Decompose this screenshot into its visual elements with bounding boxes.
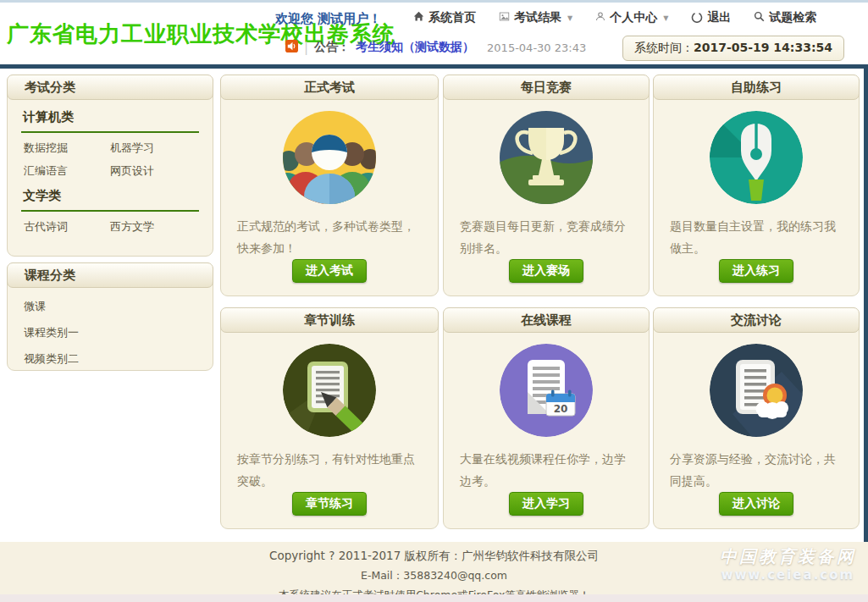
category-group-computer: 计算机类 [23,109,197,125]
nav-exam-results[interactable]: 考试结果 ▼ [499,10,572,25]
computer-category-links: 数据挖掘 机器学习 汇编语言 网页设计 [8,141,213,179]
footer: Copyright ? 2011-2017 版权所有：广州华钧软件科技有限公司 … [0,542,868,594]
sidebar-item-machine-learning[interactable]: 机器学习 [110,141,196,156]
card-chapter-training-title: 章节训练 [220,307,439,333]
nav-logout-label: 退出 [707,10,731,25]
nav-profile[interactable]: 个人中心 ▼ [595,10,668,25]
nav-home[interactable]: 系统首页 [413,10,476,25]
announcement-bar: | 公告： 考生须知（测试数据） 2015-04-30 23:43 [285,40,586,55]
user-icon [595,11,605,25]
card-self-practice: 自助练习 题目数量自主设置，我的练习我做主。 进入练习 [653,75,860,296]
course-category-panel: 课程分类 微课 课程类别一 视频类别二 [7,262,213,371]
calendar-day-number: 20 [554,403,568,415]
card-formal-exam: 正式考试 正式规范的考试，多种试卷类型，快来参加！ 进入考试 [220,75,439,296]
card-formal-exam-desc: 正式规范的考试，多种试卷类型，快来参加！ [237,216,422,260]
chevron-down-icon: ▼ [663,14,668,22]
crowd-icon [221,110,438,205]
nav-profile-label: 个人中心 [610,10,657,25]
chevron-down-icon: ▼ [567,14,572,22]
system-time-label: 系统时间： [634,41,694,54]
header-divider-bar [0,64,868,69]
card-online-courses-desc: 大量在线视频课程任你学，边学边考。 [460,449,633,493]
right-frame-strip [864,69,868,542]
chapter-practice-button[interactable]: 章节练习 [292,492,367,516]
nav-exam-results-label: 考试结果 [514,10,561,25]
welcome-message: 欢迎您 测试用户！ [275,11,381,27]
power-icon [691,11,703,25]
card-self-practice-title: 自助练习 [653,75,860,100]
nav-home-label: 系统首页 [428,10,476,25]
sidebar-item-ancient-poetry[interactable]: 古代诗词 [24,219,110,235]
sidebar-item-video-type-2[interactable]: 视频类别二 [24,351,196,367]
sidebar-item-western-literature[interactable]: 西方文学 [110,219,196,235]
course-category-links: 微课 课程类别一 视频类别二 [8,288,213,367]
sidebar-item-web-design[interactable]: 网页设计 [110,163,196,179]
notebook-pencil-icon [221,343,438,438]
sidebar-item-course-type-1[interactable]: 课程类别一 [24,325,196,340]
enter-discussion-button[interactable]: 进入讨论 [719,492,793,516]
sidebar-item-micro-course[interactable]: 微课 [24,299,196,314]
document-calendar-icon: 20 [444,343,649,438]
nav-question-search[interactable]: 试题检索 [754,10,816,25]
enter-learning-button[interactable]: 进入学习 [509,492,583,516]
divider: | [304,40,308,55]
footer-email: E-Mail：35883240@qq.com [0,569,868,583]
card-chapter-training-desc: 按章节分别练习，有针对性地重点突破。 [237,449,422,493]
speaker-icon [285,40,298,55]
exam-category-panel: 考试分类 计算机类 数据挖掘 机器学习 汇编语言 网页设计 文学类 古代诗词 西… [7,75,213,257]
home-icon [413,11,424,25]
enter-practice-button[interactable]: 进入练习 [719,259,793,283]
card-daily-contest: 每日竞赛 竞赛题目每日更新，竞赛成绩分别排名。 进入赛场 [443,75,650,296]
sidebar-item-assembly[interactable]: 汇编语言 [24,163,110,179]
course-category-panel-title: 课程分类 [7,262,213,288]
category-group-literature: 文学类 [23,188,197,204]
card-discussion: 交流讨论 [653,307,860,529]
card-daily-contest-desc: 竞赛题目每日更新，竞赛成绩分别排名。 [460,216,633,260]
header: 广东省电力工业职业技术学校出卷系统 欢迎您 测试用户！ 系统首页 考试结果 ▼ … [0,3,868,64]
divider [21,131,199,133]
bottom-strip [0,594,868,602]
main-nav: 系统首页 考试结果 ▼ 个人中心 ▼ 退出 试题检索 [413,10,816,25]
system-time-box: 系统时间：2017-05-19 14:33:54 [622,36,844,61]
card-formal-exam-title: 正式考试 [220,75,439,100]
divider [21,210,199,212]
enter-exam-button[interactable]: 进入考试 [292,259,367,283]
nav-question-search-label: 试题检索 [769,10,816,25]
system-time-value: 2017-05-19 14:33:54 [694,41,832,54]
card-online-courses-title: 在线课程 [443,307,650,333]
nav-logout[interactable]: 退出 [691,10,731,25]
search-icon [754,11,765,25]
announcement-link[interactable]: 考生须知（测试数据） [356,40,474,55]
pen-nib-icon [654,110,859,205]
enter-arena-button[interactable]: 进入赛场 [509,259,583,283]
literature-category-links: 古代诗词 西方文学 [8,219,213,235]
card-self-practice-desc: 题目数量自主设置，我的练习我做主。 [670,216,843,260]
card-discussion-title: 交流讨论 [653,307,860,333]
card-daily-contest-title: 每日竞赛 [443,75,650,100]
card-chapter-training: 章节训练 按章节分别练习，有 [220,307,439,529]
exam-category-panel-title: 考试分类 [7,75,213,100]
footer-copyright: Copyright ? 2011-2017 版权所有：广州华钧软件科技有限公司 [0,549,868,564]
card-online-courses: 在线课程 20 [443,307,650,529]
trophy-icon [444,110,649,205]
sidebar-item-data-mining[interactable]: 数据挖掘 [24,141,110,156]
results-icon [499,11,510,25]
announcement-date: 2015-04-30 23:43 [487,41,586,54]
document-weather-icon [654,343,859,438]
announcement-label: 公告： [314,40,350,55]
card-discussion-desc: 分享资源与经验，交流讨论，共同提高。 [670,449,843,493]
